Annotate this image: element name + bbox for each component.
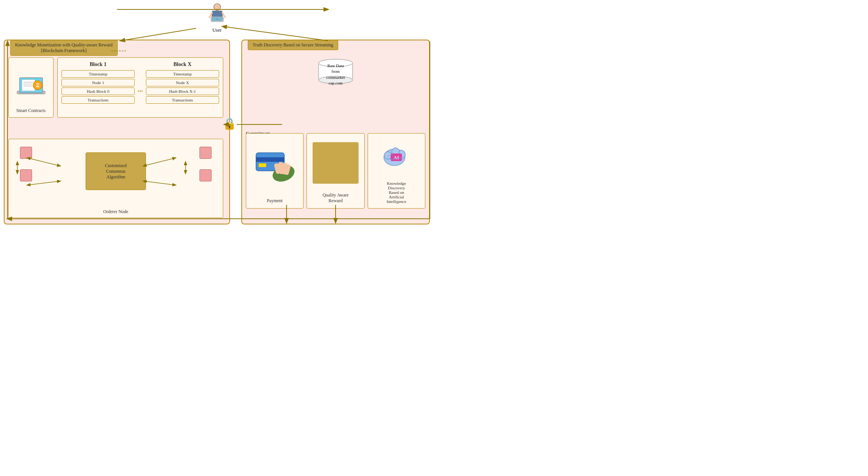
knowledge-label: Knowledge Discovery Based on Artificial …	[386, 181, 406, 204]
bottom-cards: Payment Quality Aware Reward	[246, 133, 425, 209]
ai-brain-icon: AI	[381, 144, 411, 170]
svg-line-34	[222, 26, 328, 41]
blockX-row-0: Timestamp	[146, 70, 219, 78]
left-frame-title: Knowledge Monetization with Quality-awar…	[10, 40, 118, 56]
quality-reward-icon-area	[307, 134, 364, 192]
payment-icon	[254, 149, 296, 183]
block1-row-1: Node 1	[61, 79, 135, 86]
user-figure: User	[202, 2, 232, 33]
orderer-area: Customized Consensus Algorithm Orderer N…	[8, 139, 223, 218]
blocks-area: Block 1 Timestamp Node 1 Hash Block 0 Tr…	[57, 57, 223, 118]
payment-card: Payment	[246, 133, 304, 209]
user-label: User	[202, 27, 232, 33]
blockX-title: Block X	[146, 61, 219, 68]
quality-reward-card: Quality Aware Reward	[307, 133, 364, 209]
knowledge-discovery-card: AI Knowledge Discovery Based on Artifici…	[368, 133, 425, 209]
svg-text:AI: AI	[394, 155, 399, 160]
block-separator: ···	[138, 61, 143, 114]
raw-data-container: Raw Datafromcoinmarketcap.com	[315, 57, 356, 85]
quality-reward-placeholder	[313, 142, 358, 183]
smart-contracts-label: Smart Contracts	[16, 108, 46, 114]
blockX-row-2: Hash Block X-1	[146, 88, 219, 95]
quality-reward-label: Quality Aware Reward	[322, 192, 348, 204]
payment-label: Payment	[267, 198, 283, 204]
block1-row-2: Hash Block 0	[61, 88, 135, 95]
blockX-row-3: Transactions	[146, 96, 219, 104]
user-icon	[206, 2, 229, 25]
right-frame-title: Truth Discovery Based on Secure Streamin…	[248, 40, 338, 50]
right-frame: Truth Discovery Based on Secure Streamin…	[241, 40, 430, 224]
cube-tr	[199, 147, 212, 159]
payment-icon-area	[246, 134, 303, 198]
diagram: User Knowledge Monetization with Quality…	[0, 0, 434, 238]
block1-title: Block 1	[61, 61, 135, 68]
svg-rect-21	[259, 163, 266, 167]
blockX-column: Block X Timestamp Node X Hash Block X-1 …	[146, 61, 219, 114]
svg-line-33	[121, 28, 196, 41]
svg-text:Ξ: Ξ	[36, 83, 39, 88]
block1-row-0: Timestamp	[61, 70, 135, 78]
cube-br	[199, 169, 212, 181]
smart-contracts-icon: Ξ	[15, 74, 47, 108]
consensus-label: Customized Consensus Algorithm	[105, 163, 126, 180]
block1-column: Block 1 Timestamp Node 1 Hash Block 0 Tr…	[61, 61, 135, 114]
orderer-label: Orderer Node	[103, 209, 128, 215]
left-frame: Knowledge Monetization with Quality-awar…	[4, 40, 230, 224]
raw-data-label: Raw Datafromcoinmarketcap.com	[315, 63, 356, 86]
lock-icon: 🔒	[222, 117, 236, 130]
svg-rect-20	[256, 157, 284, 162]
svg-point-0	[214, 4, 221, 11]
cube-bl	[20, 169, 32, 181]
knowledge-discovery-icon-area: AI	[368, 134, 425, 181]
smart-contracts-box: Ξ Smart Contracts	[8, 57, 54, 118]
consensus-box: Customized Consensus Algorithm	[86, 152, 146, 190]
svg-point-4	[216, 19, 217, 20]
block1-row-3: Transactions	[61, 96, 135, 104]
blockX-row-1: Node X	[146, 79, 219, 86]
cube-tl	[20, 147, 32, 159]
